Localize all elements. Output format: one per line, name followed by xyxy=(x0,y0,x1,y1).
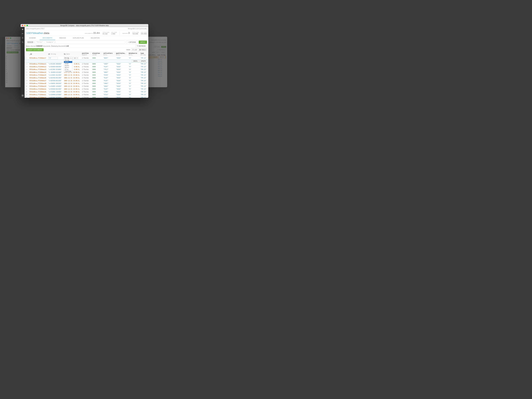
table-row[interactable]: 55553a98ce…f7150dee24"x-36400+125100"198… xyxy=(25,71,148,74)
traffic-lights[interactable] xyxy=(22,25,28,26)
refresh-button[interactable]: ↻ REFRESH xyxy=(136,44,147,47)
insert-document-button[interactable]: INSERT DOCUMENT xyxy=(26,48,44,51)
col-ts[interactable]: ts Date xyxy=(63,52,81,56)
minimize-icon[interactable] xyxy=(24,25,25,26)
table-row[interactable]: 25553a98ce…f7150dee21"x+55100-006000"198… xyxy=(25,63,148,65)
col-type[interactable]: type String xyxy=(139,52,148,56)
options-button[interactable]: OPTIONS xyxy=(126,41,138,44)
stats-row: 100YWeather.data DOCUMENTS 33.4m TOTAL S… xyxy=(25,30,148,36)
sidebar: + xyxy=(21,27,25,98)
table-row[interactable]: 45553a98ce…f7150dee23"x+61300-015800"198… xyxy=(25,68,148,71)
tab-indexes[interactable]: INDEXES xyxy=(56,36,69,40)
table-row[interactable]: 35553a98ce…f7150dee22"x+58400+000300"198… xyxy=(25,65,148,68)
collapse-icon[interactable] xyxy=(21,32,25,35)
table-row[interactable]: 95553a98ce…f7150dee28"x+34600-060200"198… xyxy=(25,82,148,85)
type-dropdown[interactable]: StringInt32Int64DoubleObjectArrayTimesta… xyxy=(64,59,72,72)
search-icon[interactable] xyxy=(21,41,25,44)
type-select[interactable]: String⌕ xyxy=(64,57,71,59)
col-qualityCon…[interactable]: qualityCon… Stri… xyxy=(115,52,127,56)
window-title: MongoDB Compass - data.mongodb.parts:270… xyxy=(60,25,109,26)
col-elevation[interactable]: elevation int32 xyxy=(91,52,102,56)
namespace-title: 100YWeather.data xyxy=(26,32,49,35)
table-row[interactable]: 115553a98ce…f7150dee2a"x+59500+001500"19… xyxy=(25,88,148,90)
apply-button[interactable]: APPLY xyxy=(139,41,147,44)
view-label: VIEW: xyxy=(126,49,130,51)
breadcrumb[interactable]: data.mongodb.parts:27017 xyxy=(26,28,44,29)
tab-documents[interactable]: DOCUMENTS xyxy=(40,36,55,40)
view-table-button[interactable]: ▦ TABLE xyxy=(138,48,147,51)
tab-explain-plan[interactable]: EXPLAIN PLAN xyxy=(70,36,87,40)
zoom-icon[interactable] xyxy=(26,25,28,26)
close-icon[interactable] xyxy=(22,25,23,26)
titlebar[interactable]: MongoDB Compass - data.mongodb.parts:270… xyxy=(21,24,148,27)
table-row[interactable]: 105553a98ce…f7150dee29"x+41800-124400"19… xyxy=(25,85,148,88)
server-info: MongoDB 3.3.8 Community xyxy=(128,28,147,29)
col-_id[interactable]: _id xyxy=(28,52,47,56)
add-button[interactable]: + xyxy=(21,94,24,97)
edit-st-input[interactable] xyxy=(48,57,58,59)
app-window: MongoDB Compass - data.mongodb.parts:270… xyxy=(21,24,148,98)
update-button[interactable]: UPDATE xyxy=(140,60,147,62)
tabs: SCHEMADOCUMENTSINDEXESEXPLAIN PLANVALIDA… xyxy=(25,36,148,40)
table-row[interactable]: 65553a98ce…f7150dee25"x+22000-022300"198… xyxy=(25,74,148,76)
menu-icon[interactable]: ≡ xyxy=(76,57,78,59)
table-row[interactable]: 75553a98ce…f7150dee26"x+58700+001300"198… xyxy=(25,76,148,79)
view-list-button[interactable]: ☰ LIST xyxy=(131,48,138,51)
data-table: _id st Stringts Dateposition Objecteleva… xyxy=(25,52,148,98)
col-dataSource[interactable]: dataSource Stri… xyxy=(127,52,139,56)
tab-validation[interactable]: VALIDATION xyxy=(88,36,102,40)
table-row[interactable]: 85553a98ce…f7150dee27"x+58700+001500"198… xyxy=(25,79,148,82)
cancel-button[interactable]: CANCEL xyxy=(132,60,139,62)
col-callLetters[interactable]: callLetters Stri… xyxy=(102,52,115,56)
tab-schema[interactable]: SCHEMA xyxy=(26,36,38,40)
grid-icon[interactable]: ▦ xyxy=(74,57,76,59)
table-row[interactable]: 145553a98ce…f7150dee2d"x+45900-059900"19… xyxy=(25,96,148,98)
stat-indexes: INDEXES 3 xyxy=(122,32,130,34)
query-summary: Query returned 33382367 documents. Displ… xyxy=(26,45,69,47)
filter-placeholder: { "filter" : "example" } xyxy=(34,41,56,43)
stat-documents: DOCUMENTS 33.4m xyxy=(85,32,100,34)
table-row[interactable]: 135553a98ce…f7150dee2c"x+33000+147800"19… xyxy=(25,93,148,96)
refresh-icon[interactable] xyxy=(21,36,25,39)
expand-icon[interactable]: ⤢ xyxy=(72,57,73,59)
filter-input[interactable]: FILTER { "filter" : "example" } xyxy=(26,41,125,44)
col-position[interactable]: position Object xyxy=(81,52,91,56)
home-icon[interactable] xyxy=(21,28,25,31)
table-row[interactable]: 125553a98ce…f7150dee2b"x+71800-136900"19… xyxy=(25,90,148,93)
col-st[interactable]: st String xyxy=(47,52,63,56)
